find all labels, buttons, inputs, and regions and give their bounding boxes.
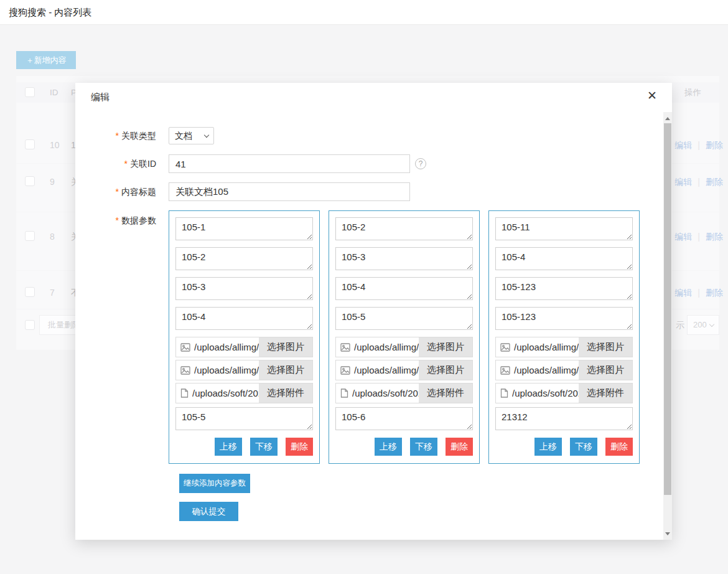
modal-scrollbar xyxy=(663,112,672,540)
param-textarea[interactable]: 105-5 xyxy=(175,407,313,430)
param-textarea[interactable]: 105-6 xyxy=(335,407,473,430)
select-attachment-button[interactable]: 选择附件 xyxy=(259,383,312,403)
param-groups: 105-1 105-2 105-3 105-4 /uploads/allimg/… xyxy=(169,210,640,464)
page-title: 搜狗搜索 - 内容列表 xyxy=(9,0,91,25)
image-path-value: /uploads/allimg/2 xyxy=(514,342,579,352)
image-icon xyxy=(180,366,190,375)
confirm-submit-button[interactable]: 确认提交 xyxy=(179,502,238,521)
scrollbar-thumb[interactable] xyxy=(664,123,671,495)
image-path-value: /uploads/allimg/2 xyxy=(514,365,579,375)
attachment-upload-row: /uploads/soft/202 选择附件 xyxy=(335,383,473,403)
relation-id-input[interactable] xyxy=(169,154,410,173)
image-upload-row: /uploads/allimg/2 选择图片 xyxy=(175,337,313,357)
param-textarea[interactable]: 105-4 xyxy=(335,277,473,300)
param-textarea[interactable]: 105-2 xyxy=(335,217,473,240)
add-more-params-button[interactable]: 继续添加内容参数 xyxy=(179,474,250,493)
param-group-1: 105-1 105-2 105-3 105-4 /uploads/allimg/… xyxy=(169,210,320,464)
param-group-3: 105-11 105-4 105-123 105-123 /uploads/al… xyxy=(488,210,640,464)
top-header-bar: 搜狗搜索 - 内容列表 xyxy=(0,0,728,25)
modal-body: *关联类型 文档 *关联ID ? *内容标题 xyxy=(75,112,663,540)
close-icon[interactable]: ✕ xyxy=(647,90,657,101)
image-upload-row: /uploads/allimg/2 选择图片 xyxy=(495,360,633,380)
image-path-value: /uploads/allimg/2 xyxy=(354,365,419,375)
content-title-label: 内容标题 xyxy=(121,187,156,197)
move-down-button[interactable]: 下移 xyxy=(410,438,437,456)
required-marker: * xyxy=(116,215,119,225)
required-marker: * xyxy=(124,159,128,169)
param-textarea[interactable]: 21312 xyxy=(495,407,633,430)
param-textarea[interactable]: 105-5 xyxy=(335,307,473,330)
image-upload-row: /uploads/allimg/2 选择图片 xyxy=(495,337,633,357)
select-image-button[interactable]: 选择图片 xyxy=(419,337,472,357)
scroll-down-arrow[interactable] xyxy=(663,529,672,539)
image-upload-row: /uploads/allimg/2 选择图片 xyxy=(335,337,473,357)
attach-path-value: /uploads/soft/202 xyxy=(512,388,579,398)
file-icon xyxy=(340,388,348,398)
image-upload-row: /uploads/allimg/2 选择图片 xyxy=(175,360,313,380)
help-question-icon[interactable]: ? xyxy=(415,158,426,169)
edit-modal: 编辑 ✕ *关联类型 文档 *关联ID ? *内容标 xyxy=(75,83,672,540)
attachment-upload-row: /uploads/soft/202 选择附件 xyxy=(175,383,313,403)
move-down-button[interactable]: 下移 xyxy=(570,438,597,456)
select-attachment-button[interactable]: 选择附件 xyxy=(579,383,632,403)
select-image-button[interactable]: 选择图片 xyxy=(579,337,632,357)
delete-group-button[interactable]: 删除 xyxy=(605,438,633,456)
param-textarea[interactable]: 105-4 xyxy=(175,307,313,330)
scroll-up-arrow[interactable] xyxy=(663,113,672,123)
field-content-title: *内容标题 xyxy=(91,182,663,201)
image-icon xyxy=(180,343,190,352)
move-up-button[interactable]: 上移 xyxy=(534,438,562,456)
relation-type-select[interactable]: 文档 xyxy=(169,127,214,144)
file-icon xyxy=(180,388,189,398)
relation-id-label: 关联ID xyxy=(130,159,156,169)
image-icon xyxy=(500,366,510,375)
required-marker: * xyxy=(116,187,119,197)
param-textarea[interactable]: 105-1 xyxy=(175,217,313,240)
param-textarea[interactable]: 105-3 xyxy=(175,277,313,300)
attach-path-value: /uploads/soft/202 xyxy=(192,388,259,398)
param-textarea[interactable]: 105-3 xyxy=(335,247,473,270)
select-image-button[interactable]: 选择图片 xyxy=(419,360,472,380)
param-textarea[interactable]: 105-11 xyxy=(495,217,633,240)
content-title-input[interactable] xyxy=(169,182,410,201)
param-textarea[interactable]: 105-123 xyxy=(495,307,633,330)
param-textarea[interactable]: 105-123 xyxy=(495,277,633,300)
image-icon xyxy=(340,366,350,375)
move-up-button[interactable]: 上移 xyxy=(375,438,402,456)
select-attachment-button[interactable]: 选择附件 xyxy=(419,383,472,403)
delete-group-button[interactable]: 删除 xyxy=(286,438,313,456)
param-textarea[interactable]: 105-2 xyxy=(175,247,313,270)
select-image-button[interactable]: 选择图片 xyxy=(579,360,632,380)
select-image-button[interactable]: 选择图片 xyxy=(259,337,312,357)
file-icon xyxy=(500,388,508,398)
attach-path-value: /uploads/soft/202 xyxy=(352,388,419,398)
param-textarea[interactable]: 105-4 xyxy=(495,247,633,270)
image-icon xyxy=(500,343,510,352)
select-image-button[interactable]: 选择图片 xyxy=(259,360,312,380)
modal-title: 编辑 xyxy=(91,92,110,103)
relation-type-label: 关联类型 xyxy=(121,131,156,141)
image-path-value: /uploads/allimg/2 xyxy=(194,342,259,352)
field-relation-type: *关联类型 文档 xyxy=(91,126,663,145)
param-group-2: 105-2 105-3 105-4 105-5 /uploads/allimg/… xyxy=(329,210,480,464)
image-upload-row: /uploads/allimg/2 选择图片 xyxy=(335,360,473,380)
image-icon xyxy=(340,343,350,352)
move-up-button[interactable]: 上移 xyxy=(215,438,242,456)
delete-group-button[interactable]: 删除 xyxy=(446,438,473,456)
required-marker: * xyxy=(116,131,119,141)
image-path-value: /uploads/allimg/2 xyxy=(194,365,259,375)
move-down-button[interactable]: 下移 xyxy=(250,438,278,456)
attachment-upload-row: /uploads/soft/202 选择附件 xyxy=(495,383,633,403)
field-relation-id: *关联ID ? xyxy=(91,154,663,173)
field-data-params: *数据参数 105-1 105-2 105-3 105-4 /uploads/a… xyxy=(91,210,663,464)
data-params-label: 数据参数 xyxy=(121,215,156,225)
image-path-value: /uploads/allimg/2 xyxy=(354,342,419,352)
